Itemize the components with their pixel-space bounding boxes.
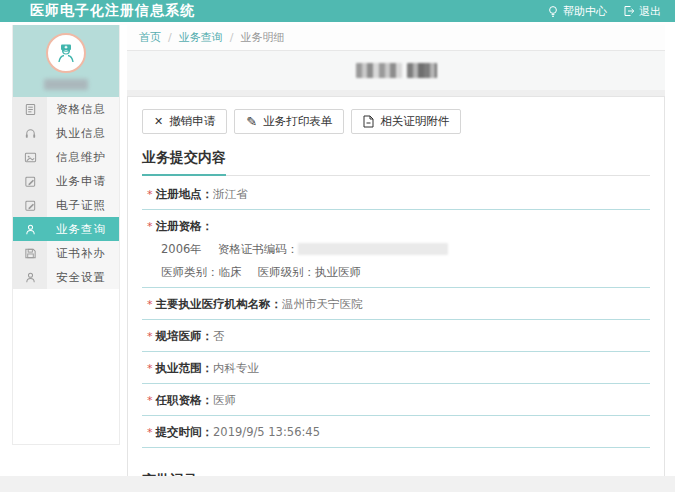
related-attachments-button[interactable]: 相关证明附件 [351,109,461,134]
app-header: 医师电子化注册信息系统 帮助中心 退出 [0,0,675,22]
field-submit-time: *提交时间：2019/9/5 13:56:45 [142,416,650,448]
field-value: 浙江省 [213,187,248,201]
sidebar-item-label: 资格信息 [47,97,119,121]
logout-label: 退出 [639,4,661,19]
breadcrumb-business-query-link[interactable]: 业务查询 [179,30,223,45]
edit-icon [13,169,47,193]
required-asterisk: * [147,426,153,439]
help-center-link[interactable]: 帮助中心 [547,4,607,19]
field-value: 医师 [213,393,236,407]
field-practice-scope: *执业范围：内科专业 [142,352,650,384]
app-title: 医师电子化注册信息系统 [30,2,195,20]
submission-section-title: 业务提交内容 [142,149,650,176]
lightbulb-icon [547,5,559,18]
cert-code-redacted [298,243,448,255]
content-area: 资格信息 执业信息 信息维护 业务申请 电子证照 [0,22,675,492]
field-job-qualification: *任职资格：医师 [142,384,650,416]
sidebar-item-label: 执业信息 [47,121,119,145]
help-center-label: 帮助中心 [563,4,607,19]
field-registration-qualification: *注册资格： 2006年资格证书编码： 医师类别：临床医师级别：执业医师 [142,210,650,288]
field-registration-place: *注册地点：浙江省 [142,178,650,210]
doctor-type-label: 医师类别： [161,265,219,279]
applicant-name-redacted [356,63,402,78]
field-label: 规培医师： [156,329,214,343]
sidebar: 资格信息 执业信息 信息维护 业务申请 电子证照 [12,25,120,445]
sidebar-item-electronic-license[interactable]: 电子证照 [13,193,119,217]
sidebar-item-security-settings[interactable]: 安全设置 [13,265,119,289]
field-label: 提交时间： [156,425,214,439]
toolbar: ✕ 撤销申请 ✎ 业务打印表单 相关证明附件 [142,109,650,134]
sidebar-item-label: 证书补办 [47,241,119,265]
doctor-icon [54,41,78,65]
user-icon [13,217,47,241]
required-asterisk: * [147,220,153,233]
doctor-level-label: 医师级别： [258,265,316,279]
applicant-name-banner [127,51,665,90]
page-footer-band [0,476,675,492]
edit-icon [13,193,47,217]
qualification-type-line: 医师类别：临床医师级别：执业医师 [147,257,650,280]
required-asterisk: * [147,362,153,375]
breadcrumb-home-link[interactable]: 首页 [139,30,161,45]
sidebar-item-business-query[interactable]: 业务查询 [13,217,119,241]
x-icon: ✕ [154,115,163,128]
sidebar-menu: 资格信息 执业信息 信息维护 业务申请 电子证照 [13,97,119,289]
related-attachments-label: 相关证明附件 [380,114,449,129]
sidebar-item-label: 电子证照 [47,193,119,217]
sidebar-item-qualification-info[interactable]: 资格信息 [13,97,119,121]
sidebar-item-practice-info[interactable]: 执业信息 [13,121,119,145]
headset-icon [13,121,47,145]
applicant-name-redacted [407,63,437,78]
header-actions: 帮助中心 退出 [547,4,661,19]
user-icon [13,265,47,289]
required-asterisk: * [147,298,153,311]
qualification-cert-line: 2006年资格证书编码： [147,234,650,257]
breadcrumb: 首页 / 业务查询 / 业务明细 [127,25,665,51]
field-label: 主要执业医疗机构名称： [156,297,283,311]
user-name-redacted [44,79,88,90]
field-label: 执业范围： [156,361,214,375]
cancel-application-button[interactable]: ✕ 撤销申请 [142,109,227,134]
sidebar-item-label: 业务查询 [47,217,119,241]
logout-icon [623,5,635,17]
field-value: 温州市天宁医院 [282,297,363,311]
user-profile-block [13,25,119,97]
breadcrumb-separator: / [230,31,234,44]
qualification-year: 2006年 [161,242,202,256]
required-asterisk: * [147,188,153,201]
breadcrumb-separator: / [168,31,172,44]
print-form-button[interactable]: ✎ 业务打印表单 [234,109,344,134]
sidebar-item-label: 安全设置 [47,265,119,289]
qualification-label-line: *注册资格： [147,219,650,234]
field-value: 否 [213,329,225,343]
business-detail-card: ✕ 撤销申请 ✎ 业务打印表单 相关证明附件 业务提交内容 *注 [127,96,665,492]
image-icon [13,145,47,169]
main-panel: 首页 / 业务查询 / 业务明细 ✕ 撤销申请 ✎ 业务打印 [127,25,665,492]
document-icon [363,115,374,128]
field-value: 内科专业 [213,361,259,375]
doctor-type-value: 临床 [219,265,242,279]
pencil-icon: ✎ [246,114,257,129]
sidebar-item-label: 信息维护 [47,145,119,169]
sidebar-item-info-maintenance[interactable]: 信息维护 [13,145,119,169]
submission-fields: *注册地点：浙江省 *注册资格： 2006年资格证书编码： 医师类别：临床医师级… [142,178,650,448]
field-trainee-doctor: *规培医师：否 [142,320,650,352]
field-main-practice-org: *主要执业医疗机构名称：温州市天宁医院 [142,288,650,320]
field-value: 2019/9/5 13:56:45 [213,425,320,439]
sidebar-item-label: 业务申请 [47,169,119,193]
cert-code-label: 资格证书编码： [218,242,299,256]
avatar [46,33,86,73]
field-label: 注册地点： [156,187,214,201]
field-label: 任职资格： [156,393,214,407]
page: 医师电子化注册信息系统 帮助中心 退出 [0,0,675,492]
sidebar-item-business-application[interactable]: 业务申请 [13,169,119,193]
breadcrumb-current: 业务明细 [240,30,284,45]
logout-link[interactable]: 退出 [623,4,661,19]
print-form-label: 业务打印表单 [263,114,332,129]
document-icon [13,97,47,121]
sidebar-item-certificate-reissue[interactable]: 证书补办 [13,241,119,265]
doctor-level-value: 执业医师 [315,265,361,279]
cancel-application-label: 撤销申请 [169,114,215,129]
field-label: 注册资格： [156,219,214,233]
required-asterisk: * [147,394,153,407]
